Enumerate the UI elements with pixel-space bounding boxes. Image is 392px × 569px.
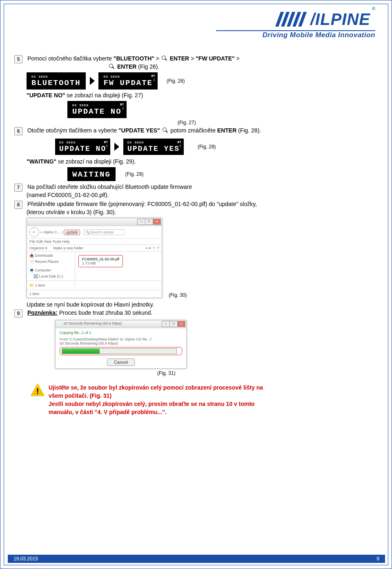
nav-localdisk[interactable]: 💽 Local Disk (C:): [29, 273, 72, 280]
step5-text1: Pomocí otočného tlačítka vyberte: [27, 55, 114, 62]
step5-bt: "BLUETOOTH": [114, 55, 154, 62]
page-footer: 19.03.2015 9: [8, 555, 385, 563]
copy-dialog: 📄 20 Seconds Remaining (65.6 KBps) –□× C…: [55, 320, 370, 369]
window-controls[interactable]: –□×: [138, 219, 161, 225]
step-num-7: 7: [14, 184, 22, 192]
arrow-right-icon: [90, 77, 95, 85]
file-size: 1.73 MB: [82, 261, 119, 265]
step5-fw: "FW UPDATE": [196, 55, 234, 62]
update-no-label: "UPDATE NO": [27, 92, 65, 99]
file-name: FC6000S_01-62-00.plf: [82, 257, 119, 261]
fig29-row: WAITING (Fig. 29): [67, 167, 370, 181]
step-num-9: 9: [14, 309, 22, 318]
update-copy-text: Update se nyní bude kopírovat do Hlavní …: [27, 301, 370, 308]
step-9: 9 Poznámka: Proces bude trvat zhruba 30 …: [14, 309, 370, 318]
brand-logo: /ILPINE ® Driving Mobile Media Innovatio…: [216, 6, 375, 39]
lcd-update-yes: DX SEEK UPDATE YES BT▯: [123, 139, 184, 155]
step-7: 7 Na počítači otevřete složku obsahující…: [14, 184, 370, 198]
note-label: Poznámka:: [27, 309, 58, 316]
fig27-row: DX SEEK UPDATE NO BT▯ (Fig. 27): [67, 101, 370, 125]
new-folder-button[interactable]: Make a new folder: [53, 246, 84, 250]
nav-recent[interactable]: 📄 Recent Places: [29, 259, 72, 265]
copy-remaining: 20 Seconds Remaining (65.6 KBps): [60, 341, 182, 345]
nav-computer[interactable]: 💻 Computer: [29, 267, 72, 273]
step-5: 5 Pomocí otočného tlačítka vyberte "BLUE…: [14, 55, 370, 70]
caption-28: (Fig. 28): [198, 144, 216, 150]
footer-page: 9: [376, 556, 379, 562]
nav-downloads[interactable]: 📥 Downloads: [29, 253, 72, 259]
status-bar: 1 item: [27, 290, 162, 298]
step-num-6: 6: [14, 127, 22, 135]
explorer-window: –□× ← « Alpine C... › update 🔍Search upd…: [27, 218, 370, 298]
warn-line3: Jestli soubor nebyl zkopírován celý, pro…: [49, 400, 263, 408]
fig28-row: DX SEEK UPDATE NO BT▯ DX SEEK UPDATE YES…: [55, 139, 370, 155]
caption-26: (Fig. 26): [167, 78, 185, 84]
warn-line4: manuálu, v části "4. V případě problému.…: [49, 408, 263, 416]
tagline: Driving Mobile Media Innovation: [216, 31, 375, 39]
step-8: 8 Přetáhněte update firmware file (pojme…: [14, 201, 370, 215]
window-titlebar[interactable]: –□×: [27, 218, 162, 226]
caption-27: (Fig. 27): [178, 120, 370, 125]
logo-strokes-icon: [274, 11, 309, 27]
step5-enter2: ENTER: [117, 63, 136, 70]
cancel-button[interactable]: Cancel: [107, 358, 135, 366]
copying-label: Copying file...1 of 1: [60, 331, 182, 335]
search-input[interactable]: 🔍Search update: [84, 229, 125, 235]
window-controls[interactable]: –□×: [162, 321, 185, 327]
lcd-bluetooth: DX SEEK BLUETOOTH: [27, 72, 86, 90]
registered-mark: ®: [372, 6, 375, 11]
magnifier-icon: [162, 56, 167, 61]
warning-icon: [31, 383, 45, 397]
magnifier-icon: [109, 64, 115, 69]
step-6: 6 Otočte otočným tlačítkem a vyberte "UP…: [14, 127, 370, 135]
organize-button[interactable]: Organize ▾: [29, 246, 47, 250]
lcd-update-no-2: DX SEEK UPDATE NO BT▯: [55, 139, 110, 155]
caption-31: (Fig. 31): [157, 370, 370, 376]
copy-title: 20 Seconds Remaining (65.6 KBps): [64, 321, 122, 325]
breadcrumb-update[interactable]: update: [64, 230, 80, 235]
lcd-update-no: DX SEEK UPDATE NO BT▯: [67, 101, 127, 118]
arrow-right-icon: [114, 143, 119, 151]
menu-bar[interactable]: File Edit View Tools Help: [27, 239, 162, 245]
warn-line1: Ujistěte se, že soubor byl zkopírován ce…: [49, 383, 263, 392]
lcd-fwupdate: DX SEEK FW UPDATE BT▯: [98, 72, 158, 90]
status-left: 1 item: [35, 283, 45, 287]
warning-block: Ujistěte se, že soubor byl zkopírován ce…: [31, 383, 370, 416]
copy-titlebar[interactable]: 📄 20 Seconds Remaining (65.6 KBps) –□×: [56, 320, 186, 328]
lcd-waiting: WAITING: [67, 167, 116, 181]
step5-enter1: ENTER: [170, 55, 189, 62]
breadcrumb-pre[interactable]: « Alpine C... ›: [40, 230, 62, 234]
brand-text: /ILPINE: [310, 10, 370, 28]
footer-date: 19.03.2015: [13, 556, 38, 562]
fig26-row: DX SEEK BLUETOOTH DX SEEK FW UPDATE BT▯ …: [27, 72, 370, 90]
waiting-label: "WAITING": [27, 158, 56, 165]
magnifier-icon: [163, 128, 168, 133]
file-tile[interactable]: FC6000S_01-62-00.plf 1.73 MB: [78, 255, 123, 267]
copy-from: From 'C:\Users\Desktop\New folder\' to '…: [60, 337, 182, 341]
caption-30: (Fig. 30): [169, 292, 187, 298]
step-num-5: 5: [14, 55, 22, 63]
caption-29: (Fig. 29): [125, 171, 144, 177]
progress-bar: [62, 348, 177, 354]
back-button[interactable]: ←: [29, 227, 39, 237]
warn-line2: všem počítači. (Fig. 31): [49, 392, 263, 400]
step-num-8: 8: [14, 201, 22, 209]
